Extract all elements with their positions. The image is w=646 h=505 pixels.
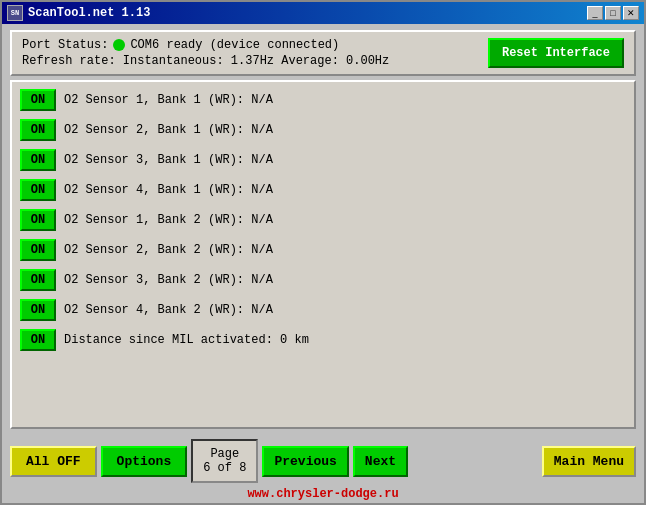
footer-text: www.chrysler-dodge.ru	[247, 487, 398, 501]
sensor-row: ONO2 Sensor 3, Bank 2 (WR): N/A	[16, 266, 630, 294]
sensor-row: ONO2 Sensor 2, Bank 2 (WR): N/A	[16, 236, 630, 264]
sensor-label-7: O2 Sensor 4, Bank 2 (WR): N/A	[64, 303, 273, 317]
port-label: Port Status:	[22, 38, 108, 52]
on-button-4[interactable]: ON	[20, 209, 56, 231]
sensor-row: ONO2 Sensor 2, Bank 1 (WR): N/A	[16, 116, 630, 144]
on-button-1[interactable]: ON	[20, 119, 56, 141]
all-off-button[interactable]: All OFF	[10, 446, 97, 477]
on-button-2[interactable]: ON	[20, 149, 56, 171]
refresh-label: Refresh rate: Instantaneous: 1.37Hz Aver…	[22, 54, 389, 68]
status-message: COM6 ready (device connected)	[130, 38, 339, 52]
page-label: Page	[203, 447, 246, 461]
options-button[interactable]: Options	[101, 446, 188, 477]
sensors-panel: ONO2 Sensor 1, Bank 1 (WR): N/AONO2 Sens…	[10, 80, 636, 429]
title-buttons: _ □ ✕	[587, 6, 639, 20]
sensor-row: ONO2 Sensor 1, Bank 1 (WR): N/A	[16, 86, 630, 114]
sensor-label-8: Distance since MIL activated: 0 km	[64, 333, 309, 347]
page-info: 6 of 8	[203, 461, 246, 475]
on-button-6[interactable]: ON	[20, 269, 56, 291]
sensor-row: ONO2 Sensor 1, Bank 2 (WR): N/A	[16, 206, 630, 234]
sensor-label-5: O2 Sensor 2, Bank 2 (WR): N/A	[64, 243, 273, 257]
sensor-label-4: O2 Sensor 1, Bank 2 (WR): N/A	[64, 213, 273, 227]
content-area: Port Status: COM6 ready (device connecte…	[2, 24, 644, 435]
close-button[interactable]: ✕	[623, 6, 639, 20]
sensor-label-3: O2 Sensor 4, Bank 1 (WR): N/A	[64, 183, 273, 197]
sensor-row: ONO2 Sensor 4, Bank 2 (WR): N/A	[16, 296, 630, 324]
refresh-rate-line: Refresh rate: Instantaneous: 1.37Hz Aver…	[22, 54, 389, 68]
footer: www.chrysler-dodge.ru	[2, 487, 644, 503]
status-text-block: Port Status: COM6 ready (device connecte…	[22, 38, 389, 68]
port-status-line: Port Status: COM6 ready (device connecte…	[22, 38, 389, 52]
sensor-label-2: O2 Sensor 3, Bank 1 (WR): N/A	[64, 153, 273, 167]
sensor-label-1: O2 Sensor 2, Bank 1 (WR): N/A	[64, 123, 273, 137]
app-icon: SN	[7, 5, 23, 21]
maximize-button[interactable]: □	[605, 6, 621, 20]
main-window: SN ScanTool.net 1.13 _ □ ✕ Port Status: …	[0, 0, 646, 505]
status-indicator	[113, 39, 125, 51]
next-button[interactable]: Next	[353, 446, 408, 477]
sensor-label-6: O2 Sensor 3, Bank 2 (WR): N/A	[64, 273, 273, 287]
title-bar: SN ScanTool.net 1.13 _ □ ✕	[2, 2, 644, 24]
sensor-row: ONO2 Sensor 4, Bank 1 (WR): N/A	[16, 176, 630, 204]
sensor-label-0: O2 Sensor 1, Bank 1 (WR): N/A	[64, 93, 273, 107]
main-menu-button[interactable]: Main Menu	[542, 446, 636, 477]
bottom-bar: All OFF Options Page 6 of 8 Previous Nex…	[2, 435, 644, 487]
previous-button[interactable]: Previous	[262, 446, 348, 477]
minimize-button[interactable]: _	[587, 6, 603, 20]
page-indicator: Page 6 of 8	[191, 439, 258, 483]
on-button-0[interactable]: ON	[20, 89, 56, 111]
on-button-8[interactable]: ON	[20, 329, 56, 351]
sensor-row: ONO2 Sensor 3, Bank 1 (WR): N/A	[16, 146, 630, 174]
window-title: ScanTool.net 1.13	[28, 6, 150, 20]
on-button-3[interactable]: ON	[20, 179, 56, 201]
on-button-5[interactable]: ON	[20, 239, 56, 261]
sensor-row: ONDistance since MIL activated: 0 km	[16, 326, 630, 354]
title-bar-left: SN ScanTool.net 1.13	[7, 5, 150, 21]
status-panel: Port Status: COM6 ready (device connecte…	[10, 30, 636, 76]
on-button-7[interactable]: ON	[20, 299, 56, 321]
reset-interface-button[interactable]: Reset Interface	[488, 38, 624, 68]
